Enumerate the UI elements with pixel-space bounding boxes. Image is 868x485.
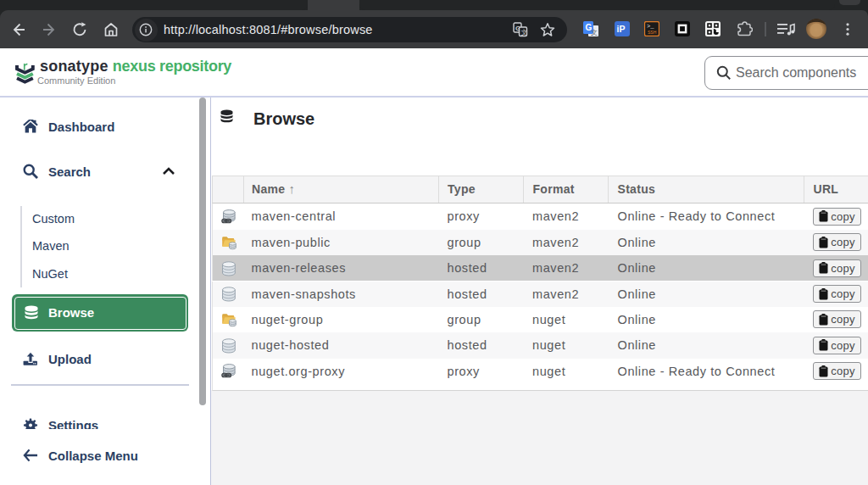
svg-text:文: 文 <box>521 29 528 36</box>
svg-text:iP: iP <box>617 24 626 34</box>
svg-text:SSH: SSH <box>648 30 657 35</box>
svg-text:文: 文 <box>591 29 598 36</box>
svg-text:>_: >_ <box>647 23 654 30</box>
